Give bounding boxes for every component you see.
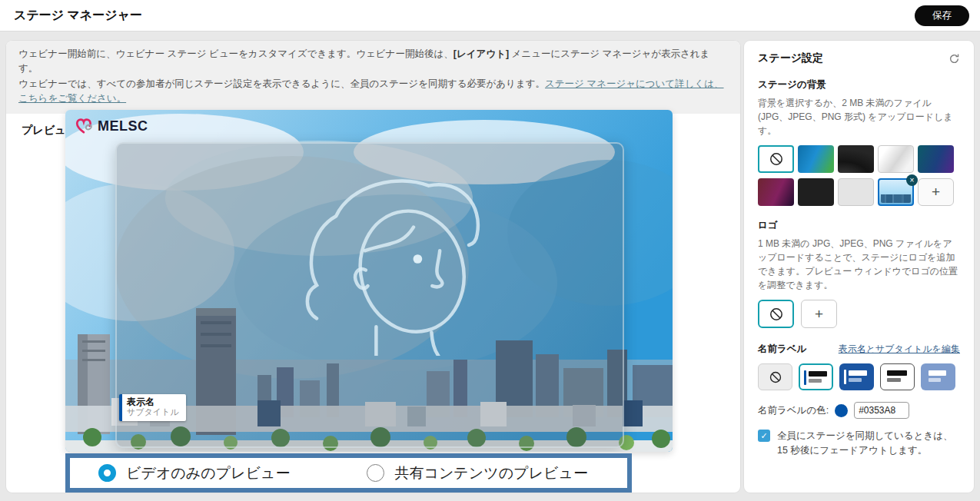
name-label-preview[interactable]: 表示名 サブタイトル	[119, 394, 186, 421]
stage-settings-panel: ステージ設定 ステージの背景 背景を選択するか、2 MB 未満のファイル (JP…	[744, 41, 974, 493]
main-content-card: ウェビナー開始前に、ウェビナー ステージ ビューをカスタマイズできます。ウェビナ…	[6, 41, 740, 493]
top-bar: ステージ マネージャー 保存	[0, 0, 980, 32]
style-name-bar	[849, 370, 867, 376]
style-name-bar	[887, 370, 907, 376]
logo-option-none[interactable]	[758, 300, 794, 328]
sync-fadeout-label: 全員にステージを同期しているときは、15 秒後にフェードアウトします。	[777, 429, 960, 458]
label-style-accent-bar[interactable]	[799, 363, 833, 390]
save-button[interactable]: 保存	[915, 5, 969, 26]
sync-fadeout-row: ✓ 全員にステージを同期しているときは、15 秒後にフェードアウトします。	[758, 429, 960, 458]
background-options-grid: × +	[758, 145, 960, 206]
face-placeholder-icon	[296, 148, 503, 356]
radio-unselected-icon[interactable]	[367, 464, 384, 482]
refresh-button[interactable]	[948, 53, 960, 65]
brand-logo: MELSC	[75, 117, 148, 135]
upload-background-button[interactable]: +	[918, 178, 954, 206]
style-subtitle-bar	[929, 378, 941, 382]
background-section-heading: ステージの背景	[758, 78, 960, 91]
banner-text: ウェビナーでは、すべての参加者が同じステージ設定を表示できるように、全員のステー…	[18, 78, 545, 89]
edit-display-name-link[interactable]: 表示名とサブタイトルを編集	[839, 343, 960, 356]
logo-section-description: 1 MB 未満の JPG、JPEG、PNG ファイルをアップロードすることで、ス…	[758, 237, 960, 292]
style-name-bar	[929, 370, 946, 376]
subtitle-text: サブタイトル	[127, 407, 179, 417]
style-name-bar	[809, 371, 827, 377]
background-option-black-wave[interactable]	[838, 145, 874, 173]
name-label-style-options	[758, 363, 960, 390]
color-hex-input[interactable]	[854, 402, 909, 419]
info-banner: ウェビナー開始前に、ウェビナー ステージ ビューをカスタマイズできます。ウェビナ…	[6, 41, 740, 114]
settings-header-row: ステージ設定	[758, 51, 960, 65]
banner-line1: ウェビナー開始前に、ウェビナー ステージ ビューをカスタマイズできます。ウェビナ…	[18, 48, 709, 74]
refresh-icon	[948, 53, 960, 65]
label-style-light-blue[interactable]	[921, 363, 955, 390]
style-accent-bar	[804, 370, 806, 385]
radio-label: 共有コンテンツのプレビュー	[394, 463, 587, 483]
banner-line2: ウェビナーでは、すべての参加者が同じステージ設定を表示できるように、全員のステー…	[18, 78, 724, 104]
logo-section-heading: ロゴ	[758, 219, 960, 232]
banner-bold-text: [レイアウト]	[453, 48, 509, 59]
page-title: ステージ マネージャー	[0, 0, 980, 31]
heart-logo-icon	[75, 117, 95, 135]
style-subtitle-bar	[809, 379, 822, 383]
background-option-city-upload[interactable]: ×	[878, 178, 914, 206]
radio-shared-content[interactable]: 共有コンテンツのプレビュー	[367, 463, 587, 483]
label-color-row: 名前ラベルの色:	[758, 402, 960, 419]
stage-preview: MELSC 表示名 サブタイトル	[65, 110, 673, 452]
background-option-none[interactable]	[758, 145, 794, 173]
label-style-white-plain[interactable]	[880, 363, 915, 390]
background-option-white-wave[interactable]	[878, 145, 914, 173]
label-style-none[interactable]	[758, 363, 792, 390]
mini-skyline-graphic	[881, 194, 911, 203]
name-label-section-heading: 名前ラベル	[758, 343, 806, 356]
name-label-header-row: 名前ラベル 表示名とサブタイトルを編集	[758, 343, 960, 356]
label-color-text: 名前ラベルの色:	[758, 404, 829, 417]
display-name-text: 表示名	[127, 396, 179, 407]
background-option-teal-purple[interactable]	[918, 145, 954, 173]
background-option-blue-green[interactable]	[798, 145, 834, 173]
radio-label: ビデオのみのプレビュー	[126, 463, 290, 483]
background-section-description: 背景を選択するか、2 MB 未満のファイル (JPG、JPEG、PNG 形式) …	[758, 96, 960, 138]
radio-selected-icon[interactable]	[98, 464, 116, 482]
background-option-black[interactable]	[798, 178, 834, 206]
color-swatch[interactable]	[835, 404, 848, 417]
style-accent-bar	[844, 370, 846, 384]
label-style-dark-blue[interactable]	[839, 363, 874, 390]
style-subtitle-bar	[849, 378, 862, 382]
banner-text: ウェビナー開始前に、ウェビナー ステージ ビューをカスタマイズできます。ウェビナ…	[18, 48, 453, 59]
none-icon	[769, 307, 784, 322]
style-subtitle-bar	[887, 378, 901, 382]
settings-title: ステージ設定	[758, 51, 823, 65]
background-option-red-purple[interactable]	[758, 178, 794, 206]
preview-mode-selector: ビデオのみのプレビュー 共有コンテンツのプレビュー	[65, 453, 632, 493]
brand-logo-text: MELSC	[98, 118, 148, 134]
logo-options-row: +	[758, 300, 960, 328]
radio-video-only[interactable]: ビデオのみのプレビュー	[98, 463, 290, 483]
remove-background-button[interactable]: ×	[906, 174, 918, 186]
upload-logo-button[interactable]: +	[801, 300, 837, 328]
sync-fadeout-checkbox[interactable]: ✓	[758, 430, 770, 442]
none-icon	[769, 370, 782, 384]
background-option-gray[interactable]	[838, 178, 874, 206]
none-icon	[769, 151, 784, 167]
